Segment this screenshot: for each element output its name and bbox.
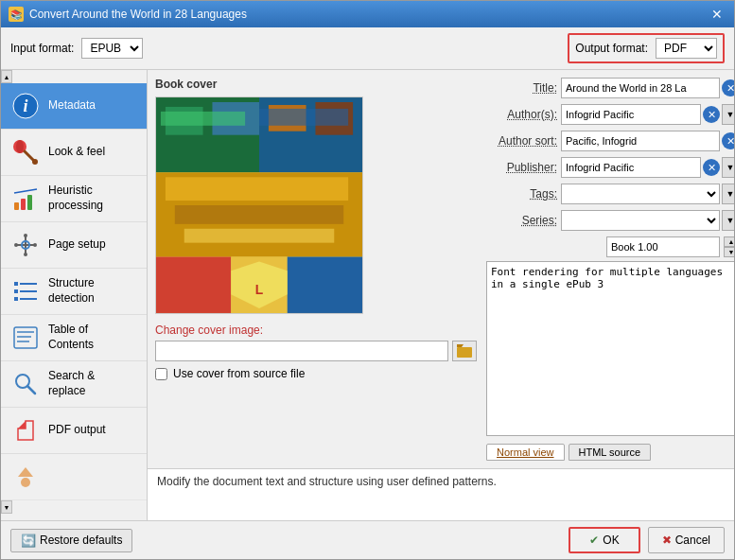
authors-clear-button[interactable]: ✕ <box>703 106 720 123</box>
sidebar-item-more[interactable] <box>1 454 147 500</box>
series-select[interactable] <box>561 210 720 231</box>
title-input[interactable] <box>561 78 720 98</box>
output-format-box: Output format: PDF EPUB MOBI AZW3 DOCX <box>568 33 725 63</box>
book-cover-image: L <box>155 96 363 314</box>
publisher-clear-button[interactable]: ✕ <box>703 159 720 176</box>
sidebar-scroll-down[interactable]: ▼ <box>1 500 12 514</box>
authors-dropdown-button[interactable]: ▼ <box>722 104 734 125</box>
svg-rect-23 <box>14 327 37 348</box>
close-button[interactable]: ✕ <box>708 5 726 24</box>
window-title: Convert Around the World in 28 Languages <box>29 8 247 21</box>
cancel-label: Cancel <box>675 534 710 547</box>
author-sort-label: Author sort: <box>486 134 557 148</box>
app-icon: 📚 <box>9 7 24 22</box>
svg-marker-30 <box>18 421 26 429</box>
action-buttons: ✔ OK ✖ Cancel <box>569 527 725 553</box>
sidebar-item-search-replace[interactable]: Search &replace <box>1 361 147 408</box>
svg-text:i: i <box>23 96 27 115</box>
sidebar-item-look-feel[interactable]: Look & feel <box>1 130 147 176</box>
svg-line-9 <box>14 189 37 193</box>
ok-check-icon: ✔ <box>589 534 599 547</box>
sidebar-item-structure[interactable]: Structuredetection <box>1 269 147 315</box>
series-dropdown-button[interactable]: ▼ <box>722 210 734 231</box>
sidebar-label-search-replace: Search &replace <box>48 369 95 398</box>
input-format-label: Input format: <box>10 42 74 55</box>
cancel-cross-icon: ✖ <box>662 534 672 547</box>
author-sort-clear-button[interactable]: ✕ <box>722 132 734 149</box>
pdf-icon <box>10 415 41 446</box>
right-panel: Book cover <box>148 70 734 520</box>
cancel-button[interactable]: ✖ Cancel <box>648 527 725 553</box>
title-clear-button[interactable]: ✕ <box>722 79 734 96</box>
sidebar-scroll-up[interactable]: ▲ <box>1 70 12 83</box>
tab-html-source[interactable]: HTML source <box>569 444 652 461</box>
svg-rect-46 <box>156 257 231 313</box>
authors-input[interactable] <box>561 104 701 125</box>
sidebar-label-page-setup: Page setup <box>48 237 106 253</box>
title-row: Title: ✕ <box>486 78 734 98</box>
svg-rect-45 <box>184 229 335 243</box>
more-icon <box>10 462 41 492</box>
svg-point-16 <box>24 253 27 256</box>
look-feel-icon <box>10 137 41 167</box>
svg-rect-40 <box>161 112 245 126</box>
ok-button[interactable]: ✔ OK <box>569 527 639 553</box>
authors-row: Author(s): ✕ ▼ <box>486 104 734 125</box>
cover-browse-button[interactable] <box>452 341 477 361</box>
sidebar-item-heuristic[interactable]: Heuristicprocessing <box>1 176 147 222</box>
authors-label: Author(s): <box>486 108 557 121</box>
svg-point-14 <box>33 243 37 247</box>
publisher-row: Publisher: ✕ ▼ <box>486 157 734 178</box>
use-source-label[interactable]: Use cover from source file <box>173 367 305 380</box>
svg-marker-52 <box>457 344 464 347</box>
structure-icon <box>10 276 41 306</box>
main-content: ▲ i Metadata <box>1 70 734 520</box>
svg-rect-43 <box>166 177 348 201</box>
author-sort-row: Author sort: ✕ <box>486 131 734 151</box>
cover-input-row <box>155 341 477 361</box>
use-source-checkbox[interactable] <box>155 368 167 380</box>
svg-point-15 <box>24 234 27 237</box>
sidebar-label-look-feel: Look & feel <box>48 145 105 160</box>
sidebar-label-metadata: Metadata <box>48 98 96 114</box>
tags-row: Tags: ▼ <box>486 184 734 204</box>
tags-select[interactable] <box>561 184 720 204</box>
author-sort-input[interactable] <box>561 131 720 151</box>
toc-icon <box>10 323 41 353</box>
book-number-spin-down[interactable]: ▼ <box>724 247 734 257</box>
sidebar-label-heuristic: Heuristicprocessing <box>48 184 103 213</box>
sidebar-item-toc[interactable]: Table ofContents <box>1 315 147 361</box>
svg-rect-18 <box>14 289 18 293</box>
svg-rect-6 <box>14 202 19 210</box>
svg-text:L: L <box>255 282 264 297</box>
description-area: Modify the document text and structure u… <box>148 468 734 520</box>
sidebar-item-pdf-output[interactable]: PDF output <box>1 408 147 454</box>
restore-defaults-button[interactable]: 🔄 Restore defaults <box>10 529 132 552</box>
sidebar-item-page-setup[interactable]: Page setup <box>1 222 147 269</box>
tab-normal-view[interactable]: Normal view <box>486 444 565 461</box>
publisher-dropdown-button[interactable]: ▼ <box>722 157 734 178</box>
ok-label: OK <box>603 534 619 547</box>
svg-point-3 <box>16 140 24 153</box>
heuristic-icon <box>10 184 41 214</box>
tags-dropdown-button[interactable]: ▼ <box>722 184 734 204</box>
book-cover-section: Book cover <box>155 78 477 461</box>
cover-path-input[interactable] <box>155 341 448 361</box>
input-format-select[interactable]: EPUB PDF MOBI AZW3 DOCX <box>81 38 143 59</box>
sidebar-label-toc: Table ofContents <box>48 323 94 352</box>
output-format-select[interactable]: PDF EPUB MOBI AZW3 DOCX <box>656 38 717 59</box>
section-title: Book cover <box>155 78 477 91</box>
cover-svg: L <box>156 96 362 314</box>
comments-textarea[interactable]: Font rendering for multiple languages in… <box>486 261 734 436</box>
sidebar-item-metadata[interactable]: i Metadata <box>1 83 147 130</box>
title-label: Title: <box>486 81 557 95</box>
book-number-spin-up[interactable]: ▲ <box>724 236 734 247</box>
publisher-input[interactable] <box>561 157 701 178</box>
svg-point-5 <box>32 159 38 165</box>
svg-rect-8 <box>27 195 32 210</box>
book-number-row: ▲ ▼ <box>486 236 734 257</box>
book-number-input[interactable] <box>606 236 720 257</box>
svg-marker-32 <box>18 467 33 477</box>
use-source-row: Use cover from source file <box>155 367 477 380</box>
svg-point-13 <box>14 243 18 247</box>
